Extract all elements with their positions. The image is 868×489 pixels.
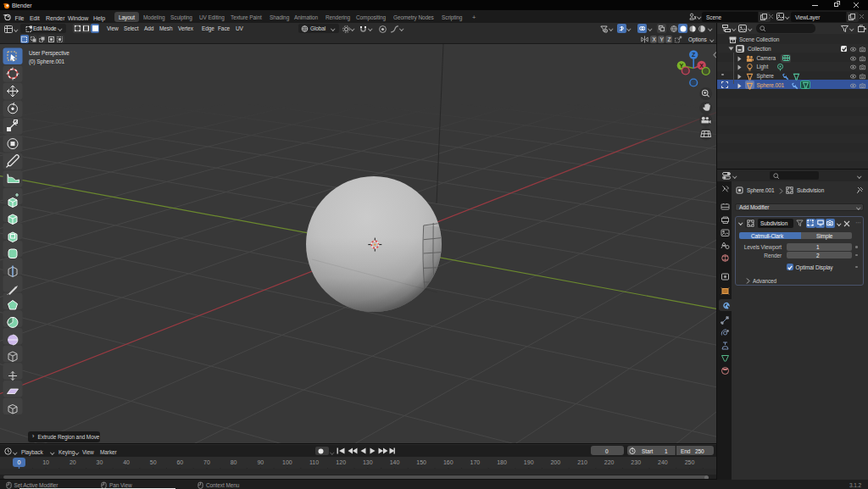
svg-text:Y: Y	[680, 63, 684, 69]
svg-text:180: 180	[497, 459, 507, 465]
svg-text:140: 140	[390, 459, 400, 465]
svg-text:120: 120	[336, 459, 346, 465]
svg-text:250: 250	[685, 459, 695, 465]
svg-text:90: 90	[257, 459, 264, 465]
svg-text:100: 100	[282, 459, 292, 465]
svg-text:160: 160	[443, 459, 453, 465]
svg-text:190: 190	[524, 459, 534, 465]
svg-text:10: 10	[42, 459, 49, 465]
svg-text:60: 60	[176, 459, 183, 465]
svg-text:210: 210	[577, 459, 587, 465]
svg-text:20: 20	[70, 459, 76, 465]
svg-text:80: 80	[231, 459, 237, 465]
svg-text:Z: Z	[692, 52, 696, 58]
svg-text:220: 220	[604, 459, 615, 465]
svg-text:X: X	[699, 63, 704, 69]
svg-text:0: 0	[18, 459, 21, 465]
svg-text:50: 50	[150, 459, 157, 465]
svg-text:30: 30	[97, 459, 103, 465]
svg-text:240: 240	[658, 459, 668, 465]
svg-text:110: 110	[309, 459, 319, 465]
svg-text:70: 70	[203, 459, 210, 465]
svg-text:200: 200	[550, 459, 560, 465]
svg-text:150: 150	[416, 459, 426, 465]
svg-text:170: 170	[470, 459, 481, 465]
svg-text:130: 130	[363, 459, 373, 465]
svg-text:230: 230	[631, 459, 641, 465]
svg-text:40: 40	[123, 459, 130, 465]
